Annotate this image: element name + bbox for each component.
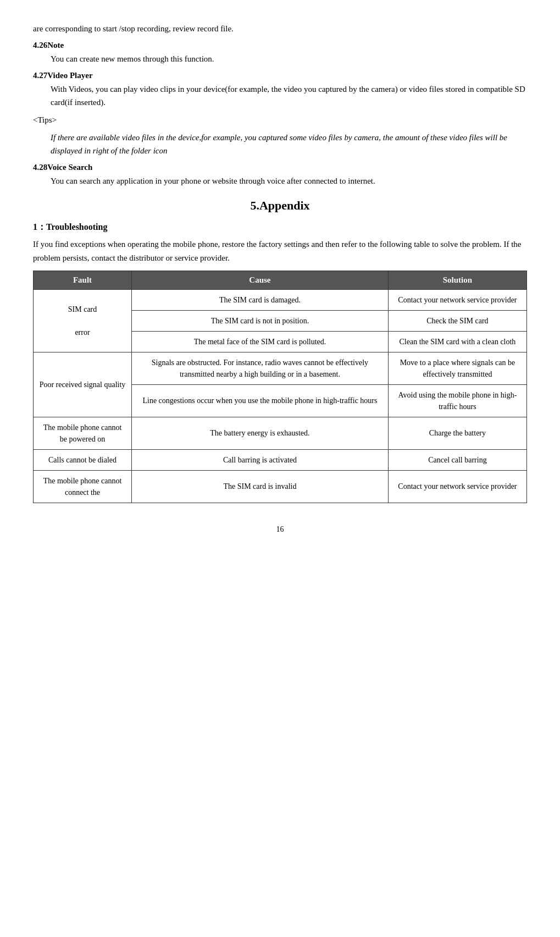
table-row: The mobile phone cannot be powered on Th… (34, 417, 527, 449)
solution-battery: Charge the battery (388, 417, 526, 449)
fault-calls-dialed: Calls cannot be dialed (34, 449, 132, 470)
table-row: Calls cannot be dialed Call barring is a… (34, 449, 527, 470)
troubleshooting-table: Fault Cause Solution SIM carderror The S… (33, 271, 527, 503)
col-solution: Solution (388, 271, 526, 289)
appendix-title: 5.Appendix (33, 199, 527, 213)
table-row: Poor received signal quality Signals are… (34, 352, 527, 384)
cause-signal-obstructed: Signals are obstructed. For instance, ra… (132, 352, 389, 384)
fault-connect: The mobile phone cannot connect the (34, 470, 132, 503)
col-fault: Fault (34, 271, 132, 289)
solution-signal-obstructed: Move to a place where signals can be eff… (388, 352, 526, 384)
solution-call-barring: Cancel call barring (388, 449, 526, 470)
intro-line: are corresponding to start /stop recordi… (33, 22, 527, 35)
cause-signal-congestion: Line congestions occur when you use the … (132, 384, 389, 417)
page-number: 16 (33, 525, 527, 534)
fault-signal: Poor received signal quality (34, 352, 132, 417)
section-428-content: You can search any application in your p… (51, 174, 527, 188)
section-426-content: You can create new memos through this fu… (51, 52, 527, 65)
solution-sim-polluted: Clean the SIM card with a clean cloth (388, 331, 526, 352)
tips-label: <Tips> (33, 113, 527, 126)
troubleshooting-heading: 1：Troubleshooting (33, 222, 527, 233)
section-426-title: 4.26Note (33, 41, 527, 50)
tips-italic: If there are available video files in th… (51, 131, 527, 157)
cause-sim-invalid: The SIM card is invalid (132, 470, 389, 503)
cause-sim-damaged: The SIM card is damaged. (132, 289, 389, 310)
cause-battery: The battery energy is exhausted. (132, 417, 389, 449)
fault-sim-card: SIM carderror (34, 289, 132, 352)
solution-signal-congestion: Avoid using the mobile phone in high-tra… (388, 384, 526, 417)
solution-sim-invalid: Contact your network service provider (388, 470, 526, 503)
fault-powered-on: The mobile phone cannot be powered on (34, 417, 132, 449)
solution-sim-damaged: Contact your network service provider (388, 289, 526, 310)
section-427-title: 4.27Video Player (33, 71, 527, 80)
solution-sim-position: Check the SIM card (388, 310, 526, 331)
troubleshooting-intro: If you find exceptions when operating th… (33, 238, 527, 265)
cause-sim-position: The SIM card is not in position. (132, 310, 389, 331)
col-cause: Cause (132, 271, 389, 289)
cause-sim-polluted: The metal face of the SIM card is pollut… (132, 331, 389, 352)
section-428-title: 4.28Voice Search (33, 163, 527, 172)
table-row: SIM carderror The SIM card is damaged. C… (34, 289, 527, 310)
table-row: The mobile phone cannot connect the The … (34, 470, 527, 503)
cause-call-barring: Call barring is activated (132, 449, 389, 470)
section-427-content: With Videos, you can play video clips in… (51, 82, 527, 109)
